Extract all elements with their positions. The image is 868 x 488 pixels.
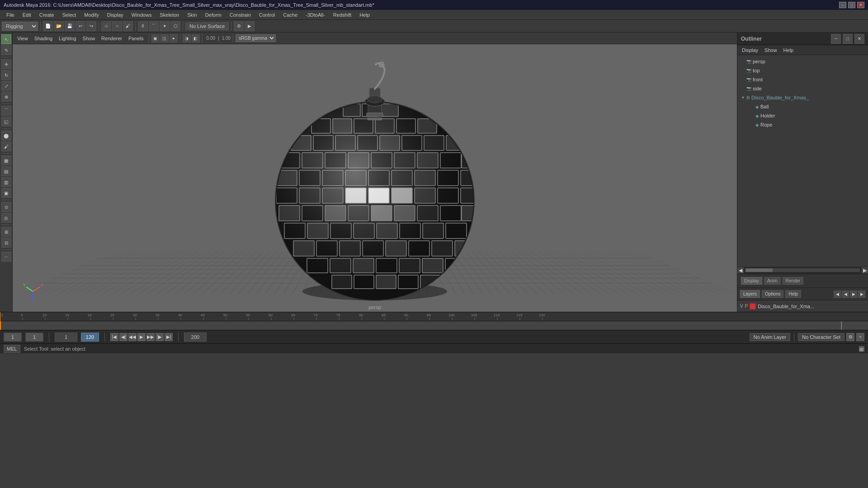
menu-windows[interactable]: Windows [128, 11, 156, 19]
new-scene-button[interactable]: 📄 [43, 21, 53, 31]
outliner-close[interactable]: ✕ [854, 34, 864, 44]
current-frame-display[interactable]: 1 [4, 333, 22, 342]
outliner-item-side[interactable]: 📷 side [737, 84, 868, 93]
vp-menu-lighting[interactable]: Lighting [56, 35, 79, 42]
vp-texture-btn[interactable]: ◧ [192, 34, 200, 42]
undo-button[interactable]: ↩ [75, 21, 85, 31]
more-button[interactable]: ··· [1, 252, 11, 262]
outliner-maximize[interactable]: □ [843, 34, 853, 44]
render-view[interactable]: ▶ [245, 21, 255, 31]
viewport-canvas[interactable]: persp X Y Z [13, 44, 737, 312]
layers-tab-help[interactable]: Help [785, 290, 801, 298]
step-back-btn[interactable]: ◀| [119, 333, 127, 341]
char-set-options-btn[interactable]: ⚙ [846, 333, 854, 341]
live-surface-button[interactable]: No Live Surface [185, 22, 229, 30]
extra1-button[interactable]: ⊞ [1, 227, 11, 237]
scroll-right-btn[interactable]: ▶ [862, 267, 868, 273]
layer-next-btn[interactable]: ▶ [850, 291, 857, 298]
range-end-display[interactable]: 120 [81, 333, 99, 342]
anim-layer-btn[interactable]: No Anim Layer [750, 333, 790, 341]
outliner-item-ball[interactable]: ◈ Ball [737, 102, 868, 111]
outliner-menu-display[interactable]: Display [739, 47, 761, 54]
outliner-item-top[interactable]: 📷 top [737, 66, 868, 75]
outliner-item-rope[interactable]: ◈ Rope [737, 120, 868, 129]
menu-display[interactable]: Display [104, 11, 127, 19]
outliner-item-holder[interactable]: ◈ Holder [737, 111, 868, 120]
vp-wireframe-btn[interactable]: ◫ [160, 34, 169, 42]
move-tool-button[interactable]: ✛ [1, 59, 11, 69]
scroll-left-btn[interactable]: ◀ [737, 267, 744, 273]
outliner-tree[interactable]: 📷 persp 📷 top 📷 front 📷 side [737, 55, 868, 267]
menu-constrain[interactable]: Constrain [226, 11, 255, 19]
paint-select-button[interactable]: ✎ [1, 45, 11, 55]
outliner-item-persp[interactable]: 📷 persp [737, 57, 868, 66]
layout3-button[interactable]: ▥ [1, 177, 11, 187]
scroll-track[interactable] [745, 268, 860, 272]
layer-color-swatch[interactable] [750, 303, 756, 310]
bottom-right-btn[interactable]: ⊞ [859, 346, 864, 352]
mode-selector[interactable]: Rigging Animation Modeling [2, 22, 38, 31]
layer-next2-btn[interactable]: ▶ [858, 291, 865, 298]
menu-redshift[interactable]: Redshift [330, 11, 355, 19]
outliner-scrollbar[interactable]: ◀ ▶ [737, 267, 868, 274]
extra2-button[interactable]: ⊟ [1, 238, 11, 248]
vp-smooth-btn[interactable]: ● [170, 34, 178, 42]
vp-menu-panels[interactable]: Panels [126, 35, 146, 42]
outliner-menu-help[interactable]: Help [781, 47, 797, 54]
layout4-button[interactable]: ▣ [1, 188, 11, 198]
surface-tool-button[interactable]: ◱ [1, 117, 11, 127]
menu-skin[interactable]: Skin [184, 11, 200, 19]
select-button[interactable]: ↖ [1, 34, 11, 44]
snap-grid[interactable]: # [138, 21, 148, 31]
timeline-track[interactable] [0, 321, 868, 330]
step-fwd-btn[interactable]: |▶ [156, 333, 164, 341]
snap2-button[interactable]: ◎ [1, 213, 11, 223]
maximize-button[interactable]: □ [848, 2, 855, 8]
play-fwd-btn[interactable]: ▶ [137, 333, 146, 341]
snap-curve[interactable]: ⌒ [149, 21, 159, 31]
close-button[interactable]: ✕ [857, 2, 864, 8]
vp-menu-show[interactable]: Show [80, 35, 98, 42]
layout-button[interactable]: ▦ [1, 155, 11, 165]
play-back-btn[interactable]: ◀◀ [128, 333, 137, 341]
render-settings[interactable]: ⚙ [234, 21, 244, 31]
snap-point[interactable]: ✦ [160, 21, 170, 31]
menu-edit[interactable]: Edit [19, 11, 35, 19]
paint-tool[interactable]: 🖌 [123, 21, 133, 31]
mel-label[interactable]: MEL [4, 345, 20, 353]
menu-help[interactable]: Help [356, 11, 373, 19]
menu-3dtoall[interactable]: -3DtoAll- [302, 11, 329, 19]
vp-menu-shading[interactable]: Shading [32, 35, 55, 42]
outliner-tab-display[interactable]: Display [741, 277, 762, 285]
lasso-tool[interactable]: ○ [112, 21, 122, 31]
menu-create[interactable]: Create [36, 11, 58, 19]
range-start-display[interactable]: 1 [55, 333, 77, 342]
viewport[interactable]: View Shading Lighting Show Renderer Pane… [13, 33, 737, 312]
vp-display-btn[interactable]: ▣ [151, 34, 160, 42]
play-fwd2-btn[interactable]: ▶▶ [146, 333, 155, 341]
select-tool[interactable]: ⊹ [101, 21, 111, 31]
vp-menu-renderer[interactable]: Renderer [99, 35, 125, 42]
menu-cache[interactable]: Cache [279, 11, 301, 19]
rotate-tool-button[interactable]: ↻ [1, 70, 11, 80]
scroll-thumb[interactable] [745, 268, 773, 272]
open-button[interactable]: 📂 [54, 21, 64, 31]
menu-file[interactable]: File [3, 11, 18, 19]
go-to-end-btn[interactable]: ▶| [165, 333, 173, 341]
outliner-tab-anim[interactable]: Anim [764, 277, 781, 285]
outliner-menu-show[interactable]: Show [762, 47, 780, 54]
scale-tool-button[interactable]: ⤢ [1, 81, 11, 91]
layers-tab-options[interactable]: Options [762, 290, 783, 298]
vp-menu-view[interactable]: View [14, 35, 31, 42]
outliner-minimize[interactable]: ─ [831, 34, 841, 44]
char-set-btn[interactable]: No Character Set [798, 333, 844, 341]
timeline-ruler[interactable]: 1 5 10 15 20 25 30 35 40 45 50 55 60 [0, 312, 868, 321]
menu-select[interactable]: Select [59, 11, 80, 19]
outliner-tab-render[interactable]: Render [783, 277, 804, 285]
menu-deform[interactable]: Deform [202, 11, 225, 19]
save-button[interactable]: 💾 [65, 21, 75, 31]
layers-tab-layers[interactable]: Layers [740, 290, 760, 298]
layout2-button[interactable]: ▤ [1, 166, 11, 176]
snap1-button[interactable]: ⊙ [1, 202, 11, 212]
vp-shading-btn[interactable]: ◑ [183, 34, 191, 42]
